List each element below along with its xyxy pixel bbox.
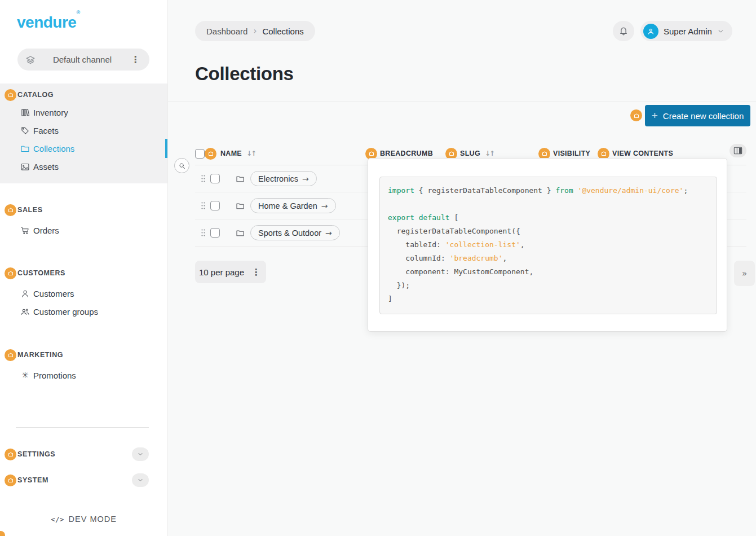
- search-button[interactable]: [174, 158, 189, 173]
- user-menu[interactable]: Super Admin: [640, 21, 732, 41]
- cart-icon: [20, 226, 30, 235]
- dev-hint-badge[interactable]: [0, 531, 5, 536]
- dev-mode-toggle[interactable]: </> DEV MODE: [0, 511, 167, 528]
- tag-icon: [20, 126, 30, 135]
- dev-hint-badge[interactable]: [205, 148, 216, 160]
- user-icon: [647, 27, 655, 36]
- nav-section-catalog: CATALOG Inventory Facets Collections Ass…: [0, 84, 167, 183]
- collection-link[interactable]: Sports & Outdoor →: [250, 225, 340, 240]
- dev-hint-badge[interactable]: [5, 204, 16, 216]
- puzzle-icon: [7, 477, 14, 484]
- vendure-logo[interactable]: vendure®: [17, 14, 80, 32]
- dev-hint-popover: import { registerDataTableComponent } fr…: [368, 158, 727, 332]
- sidebar-item-facets[interactable]: Facets: [0, 121, 167, 139]
- section-header-system[interactable]: SYSTEM: [0, 472, 167, 489]
- puzzle-icon: [7, 91, 14, 98]
- sidebar-item-orders[interactable]: Orders: [0, 221, 167, 239]
- items-per-page-selector[interactable]: 10 per page ⋮: [195, 261, 266, 283]
- drag-handle-icon[interactable]: [201, 229, 205, 236]
- sidebar-divider: [16, 427, 149, 428]
- dev-hint-badge[interactable]: [630, 109, 642, 121]
- double-chevron-right-icon: »: [742, 269, 747, 279]
- dev-mode-label: DEV MODE: [69, 515, 117, 524]
- breadcrumb-dashboard-link[interactable]: Dashboard: [206, 27, 247, 36]
- puzzle-icon: [207, 150, 214, 157]
- puzzle-icon: [633, 112, 640, 119]
- chevron-down-icon: [137, 477, 144, 484]
- active-indicator: [165, 139, 167, 158]
- collection-link[interactable]: Home & Garden →: [250, 198, 336, 213]
- breadcrumb: Dashboard › Collections: [195, 21, 315, 41]
- search-icon: [178, 162, 186, 170]
- page-title: Collections: [195, 63, 294, 85]
- promotion-icon: ✳: [20, 370, 30, 380]
- puzzle-icon: [7, 451, 14, 458]
- chevron-down-icon: [717, 28, 724, 35]
- trademark-mark: ®: [76, 10, 79, 15]
- code-icon: </>: [51, 515, 64, 524]
- breadcrumb-separator-icon: ›: [253, 26, 257, 36]
- folder-icon: [236, 229, 245, 238]
- drag-handle-icon[interactable]: [201, 175, 205, 182]
- code-snippet: import { registerDataTableComponent } fr…: [388, 184, 709, 306]
- sort-icon[interactable]: ↓↑: [485, 150, 494, 157]
- settings-expand-button[interactable]: [132, 447, 149, 461]
- sidebar-item-promotions[interactable]: ✳ Promotions: [0, 366, 167, 384]
- row-checkbox[interactable]: [210, 174, 220, 183]
- section-header-catalog[interactable]: CATALOG: [0, 86, 167, 103]
- sidebar-item-customers[interactable]: Customers: [0, 284, 167, 302]
- nav-section-customers: CUSTOMERS Customers Customer groups: [0, 265, 167, 320]
- folder-icon: [20, 144, 30, 153]
- create-new-collection-button[interactable]: + Create new collection: [645, 105, 750, 126]
- system-expand-button[interactable]: [132, 473, 149, 487]
- folder-icon: [236, 201, 245, 210]
- layers-icon: [25, 55, 36, 65]
- notifications-button[interactable]: [613, 21, 634, 41]
- breadcrumb-current: Collections: [262, 27, 303, 36]
- column-header-name[interactable]: NAME ↓↑: [195, 148, 365, 160]
- section-header-sales[interactable]: SALES: [0, 201, 167, 218]
- next-page-button[interactable]: »: [734, 261, 755, 286]
- channel-label: Default channel: [36, 55, 129, 64]
- puzzle-icon: [7, 352, 14, 358]
- per-page-kebab-icon: ⋮: [250, 267, 262, 278]
- puzzle-icon: [600, 150, 607, 157]
- image-icon: [20, 162, 30, 172]
- row-checkbox[interactable]: [210, 201, 220, 210]
- users-icon: [20, 307, 30, 317]
- section-header-marketing[interactable]: MARKETING: [0, 346, 167, 363]
- sidebar-item-assets[interactable]: Assets: [0, 157, 167, 175]
- main-content: Dashboard › Collections Super Admin Coll…: [168, 0, 756, 536]
- library-icon: [20, 108, 30, 117]
- sidebar-item-inventory[interactable]: Inventory: [0, 103, 167, 121]
- sidebar-item-customer-groups[interactable]: Customer groups: [0, 302, 167, 320]
- select-all-checkbox[interactable]: [195, 149, 205, 159]
- puzzle-icon: [541, 150, 548, 157]
- avatar: [643, 24, 658, 39]
- table-columns-icon: [733, 147, 742, 155]
- channel-selector[interactable]: Default channel ⋮: [17, 49, 149, 71]
- dev-hint-badge[interactable]: [5, 89, 16, 101]
- folder-icon: [236, 174, 245, 183]
- sidebar-item-collections[interactable]: Collections: [0, 139, 167, 157]
- section-header-settings[interactable]: SETTINGS: [0, 446, 167, 463]
- sort-icon[interactable]: ↓↑: [246, 150, 255, 157]
- drag-handle-icon[interactable]: [201, 202, 205, 209]
- row-checkbox[interactable]: [210, 228, 220, 238]
- puzzle-icon: [7, 207, 14, 213]
- collection-link[interactable]: Electronics →: [250, 171, 317, 186]
- nav-section-marketing: MARKETING ✳ Promotions: [0, 346, 167, 384]
- chevron-down-icon: [137, 451, 144, 458]
- arrow-right-icon: →: [302, 174, 309, 183]
- column-settings-button[interactable]: [730, 144, 746, 157]
- dev-hint-badge[interactable]: [5, 349, 16, 361]
- bell-icon: [618, 26, 629, 36]
- dev-hint-badge[interactable]: [5, 475, 16, 486]
- channel-kebab-icon[interactable]: ⋮: [129, 54, 142, 65]
- dev-hint-badge[interactable]: [5, 449, 16, 460]
- sidebar: vendure® Default channel ⋮ CATALOG Inven…: [0, 0, 168, 536]
- section-header-customers[interactable]: CUSTOMERS: [0, 265, 167, 282]
- dev-hint-badge[interactable]: [5, 267, 16, 279]
- code-block: import { registerDataTableComponent } fr…: [379, 177, 717, 314]
- header-divider: [168, 102, 756, 102]
